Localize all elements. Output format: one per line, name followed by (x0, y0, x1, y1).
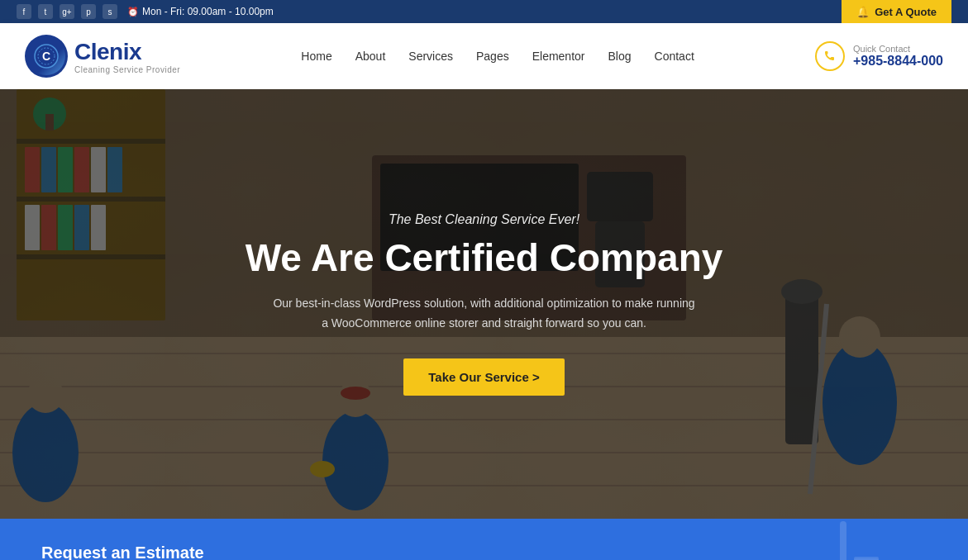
time-text: Mon - Fri: 09.00am - 10.00pm (142, 6, 274, 17)
business-hours: ⏰ Mon - Fri: 09.00am - 10.00pm (127, 6, 274, 17)
cleaning-logo-svg: C (34, 44, 59, 69)
logo-text: Clenix Cleaning Service Provider (74, 39, 180, 74)
top-bar-right: 🔔 Get A Quote (842, 0, 951, 23)
get-quote-label: Get A Quote (875, 6, 937, 18)
nav-pages[interactable]: Pages (476, 46, 509, 66)
clock-icon: ⏰ (127, 7, 139, 17)
quick-contact: Quick Contact +985-8844-000 (815, 41, 943, 71)
nav-contact[interactable]: Contact (655, 46, 694, 66)
facebook-icon[interactable]: f (17, 4, 31, 19)
twitter-icon[interactable]: t (38, 4, 53, 19)
google-plus-icon[interactable]: g+ (60, 4, 74, 19)
svg-text:C: C (42, 50, 50, 63)
hero-title: We Are Certified Company (246, 237, 723, 279)
phone-icon (815, 41, 845, 71)
logo-brand-name: Clenix (74, 39, 180, 65)
mop-decoration (803, 521, 885, 560)
bell-icon: 🔔 (856, 6, 870, 18)
nav-about[interactable]: About (355, 46, 386, 66)
top-bar: f t g+ p s ⏰ Mon - Fri: 09.00am - 10.00p… (0, 0, 968, 23)
estimate-title: Request an Estimate (41, 543, 927, 560)
hero-subtitle: The Best Cleaning Service Ever! (246, 212, 723, 227)
snapchat-icon[interactable]: s (103, 4, 117, 19)
svg-rect-42 (840, 521, 846, 560)
get-quote-button[interactable]: 🔔 Get A Quote (842, 0, 951, 23)
hero-section: The Best Cleaning Service Ever! We Are C… (0, 89, 968, 519)
top-bar-left: f t g+ p s ⏰ Mon - Fri: 09.00am - 10.00p… (17, 4, 274, 19)
logo-area[interactable]: C Clenix Cleaning Service Provider (25, 35, 180, 78)
phone-svg (823, 50, 837, 63)
contact-phone: +985-8844-000 (853, 54, 943, 69)
hero-description: Our best-in-class WordPress solution, wi… (269, 294, 699, 334)
main-nav: Home About Services Pages Elementor Blog… (301, 46, 694, 66)
logo-icon: C (25, 35, 68, 78)
hero-content: The Best Cleaning Service Ever! We Are C… (229, 212, 740, 395)
nav-services[interactable]: Services (408, 46, 453, 66)
nav-blog[interactable]: Blog (608, 46, 632, 66)
nav-home[interactable]: Home (301, 46, 331, 66)
contact-info: Quick Contact +985-8844-000 (853, 44, 943, 69)
pinterest-icon[interactable]: p (81, 4, 96, 19)
header: C Clenix Cleaning Service Provider Home … (0, 23, 968, 89)
logo-tagline: Cleaning Service Provider (74, 65, 180, 74)
contact-label: Quick Contact (853, 44, 943, 54)
mop-svg (803, 521, 885, 560)
svg-rect-50 (854, 557, 879, 560)
nav-elementor[interactable]: Elementor (532, 46, 585, 66)
hero-cta-button[interactable]: Take Our Service > (403, 358, 564, 396)
estimate-section: Request an Estimate Select Service Our S… (0, 519, 968, 560)
social-links: f t g+ p s (17, 4, 117, 19)
logo-emblem: C (27, 37, 65, 75)
